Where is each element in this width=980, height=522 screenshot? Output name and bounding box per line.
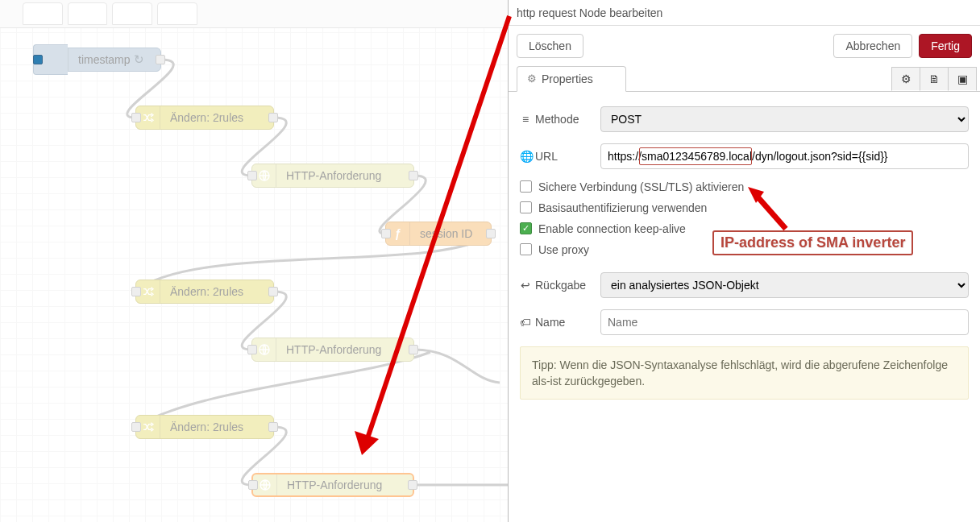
basicauth-checkbox-label: Basisauthentifizierung verwenden (538, 201, 707, 214)
properties-tab[interactable]: ⚙ Properties (517, 66, 626, 92)
method-select[interactable]: POST (600, 106, 969, 132)
node-label: HTTP-Anforderung (276, 343, 391, 356)
node-function-sessionid[interactable]: ƒ session ID (385, 222, 492, 246)
annotation-ip-label: IP-address of SMA inverter (712, 230, 913, 255)
proxy-checkbox[interactable] (520, 243, 532, 255)
docs-tab-icon[interactable]: 🗎 (920, 67, 949, 91)
settings-tab-icon[interactable]: ⚙ (891, 67, 920, 91)
node-http-request[interactable]: HTTP-Anforderung (251, 338, 414, 362)
return-label: ↩Rückgabe (520, 279, 600, 292)
tls-checkbox-label: Sichere Verbindung (SSL/TLS) aktivieren (538, 180, 744, 193)
return-select[interactable]: ein analysiertes JSON-Objekt (600, 272, 969, 298)
tls-checkbox[interactable] (520, 180, 532, 193)
flow-tab[interactable] (23, 2, 63, 25)
node-label: timestamp (78, 53, 131, 66)
tip-box: Tipp: Wenn die JSON-Syntaxanalyse fehlsc… (520, 346, 969, 400)
globe-icon: 🌐 (520, 150, 531, 163)
delete-button[interactable]: Löschen (517, 34, 583, 58)
node-change[interactable]: Ändern: 2rules (135, 106, 274, 130)
node-label: session ID (410, 227, 482, 240)
list-icon: ≡ (520, 113, 531, 126)
wires (0, 0, 508, 522)
name-label: 🏷Name (520, 316, 600, 329)
edit-panel: http request Node bearbeiten Löschen Abb… (508, 0, 980, 522)
method-label: ≡Methode (520, 113, 600, 126)
url-label: 🌐URL (520, 150, 600, 163)
return-icon: ↩ (520, 279, 531, 292)
node-label: Ändern: 2rules (160, 285, 253, 298)
node-label: HTTP-Anforderung (276, 169, 391, 182)
node-label: Ändern: 2rules (160, 420, 253, 433)
node-label: Ändern: 2rules (160, 111, 253, 124)
node-http-request-selected[interactable]: HTTP-Anforderung (251, 473, 414, 497)
square-icon: ▣ (957, 72, 968, 85)
flow-tab[interactable] (68, 2, 108, 25)
properties-tab-label: Properties (542, 72, 593, 85)
inject-deploy-marker (33, 55, 43, 64)
appearance-tab-icon[interactable]: ▣ (949, 67, 977, 91)
file-icon: 🗎 (928, 72, 940, 85)
node-change[interactable]: Ändern: 2rules (135, 415, 274, 439)
proxy-checkbox-label: Use proxy (538, 243, 589, 256)
gear-icon: ⚙ (901, 72, 911, 85)
repeat-icon: ↻ (134, 52, 144, 66)
node-label: HTTP-Anforderung (277, 478, 392, 491)
tag-icon: 🏷 (520, 316, 531, 329)
name-input[interactable] (600, 309, 969, 335)
node-http-request[interactable]: HTTP-Anforderung (251, 164, 414, 188)
basicauth-checkbox[interactable] (520, 201, 532, 213)
node-inject-timestamp[interactable]: ➡ timestamp↻ (44, 48, 161, 72)
done-button[interactable]: Fertig (919, 34, 972, 58)
gear-icon: ⚙ (527, 72, 537, 85)
flow-tabstrip (0, 0, 508, 28)
panel-title: http request Node bearbeiten (509, 0, 980, 26)
flow-canvas[interactable]: ➡ timestamp↻ Ändern: 2rules HTTP-Anforde… (0, 0, 508, 522)
flow-tab[interactable] (112, 2, 152, 25)
node-change[interactable]: Ändern: 2rules (135, 280, 274, 304)
keepalive-checkbox[interactable] (520, 222, 532, 234)
keepalive-checkbox-label: Enable connection keep-alive (538, 222, 686, 235)
cancel-button[interactable]: Abbrechen (833, 34, 912, 58)
flow-tab[interactable] (157, 2, 197, 25)
url-input[interactable] (600, 143, 969, 169)
